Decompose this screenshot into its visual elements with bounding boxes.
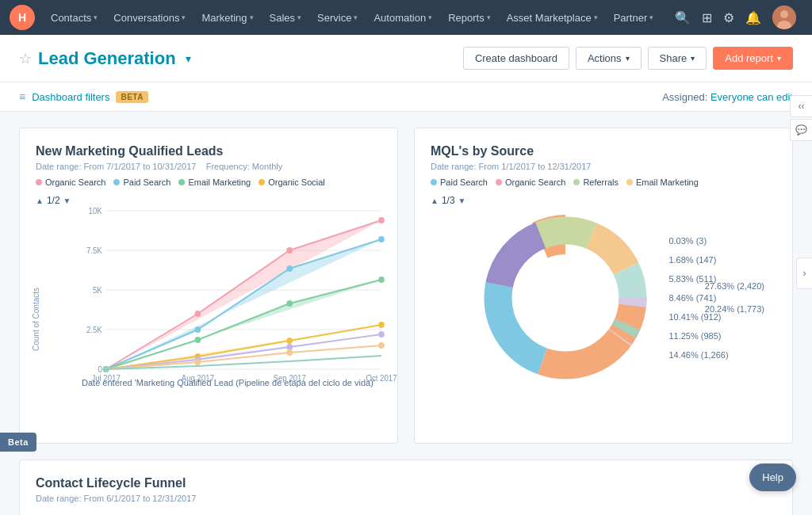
grid-icon[interactable]: ⊞ xyxy=(702,10,712,25)
next-arrow[interactable]: ▼ xyxy=(458,196,466,205)
settings-icon[interactable]: ⚙ xyxy=(723,10,734,25)
mql-source-card: MQL's by Source Date range: From 1/1/201… xyxy=(414,128,793,444)
donut-chart-svg xyxy=(478,211,653,385)
side-panel-collapse[interactable]: ‹‹ xyxy=(790,95,812,117)
legend-dot xyxy=(259,179,265,185)
funnel-card: Contact Lifecycle Funnel Date range: Fro… xyxy=(19,460,793,515)
beta-side-label[interactable]: Beta xyxy=(0,433,36,452)
expand-icon: › xyxy=(803,268,806,279)
header-actions: Create dashboard Actions ▾ Share ▾ Add r… xyxy=(463,47,793,70)
svg-point-58 xyxy=(522,254,609,341)
nav-automation[interactable]: Automation ▾ xyxy=(367,0,439,35)
svg-point-45 xyxy=(195,359,201,365)
svg-text:H: H xyxy=(18,11,26,24)
nav-utility-icons: 🔍 ⊞ ⚙ 🔔 xyxy=(675,6,802,29)
search-icon[interactable]: 🔍 xyxy=(675,10,691,25)
mql-source-legend: Paid Search Organic Search Referrals Ema… xyxy=(431,177,776,187)
chevron-down-icon: ▾ xyxy=(297,13,301,21)
filters-bar: ≡ Dashboard filters BETA Assigned: Every… xyxy=(0,82,812,112)
nav-asset-marketplace[interactable]: Asset Marketplace ▾ xyxy=(500,0,604,35)
title-dropdown-icon[interactable]: ▾ xyxy=(186,52,191,65)
legend-paid-search: Paid Search xyxy=(431,177,488,187)
svg-point-37 xyxy=(286,338,293,344)
next-arrow[interactable]: ▼ xyxy=(63,196,71,205)
side-panel: ‹‹ 💬 xyxy=(790,95,812,141)
svg-text:0: 0 xyxy=(98,365,102,374)
svg-point-33 xyxy=(378,277,385,283)
chevron-down-icon: ▾ xyxy=(594,13,598,21)
chevron-down-icon: ▾ xyxy=(649,13,653,21)
avatar[interactable] xyxy=(772,6,796,29)
nav-partner[interactable]: Partner ▾ xyxy=(607,0,661,35)
legend-referrals: Referrals xyxy=(573,177,619,187)
chevron-down-icon: ▾ xyxy=(487,13,491,21)
new-mql-card: New Marketing Qualified Leads Date range… xyxy=(19,128,398,444)
chevron-down-icon: ▾ xyxy=(354,13,358,21)
assigned-section: Assigned: Everyone can edit xyxy=(662,91,793,103)
chevron-down-icon: ▾ xyxy=(428,13,432,21)
assigned-value[interactable]: Everyone can edit xyxy=(710,91,793,103)
svg-text:2.5K: 2.5K xyxy=(86,326,102,334)
legend-dot xyxy=(113,179,120,185)
nav-contacts[interactable]: Contacts ▾ xyxy=(44,0,104,35)
prev-arrow[interactable]: ▲ xyxy=(36,196,44,205)
star-icon[interactable]: ☆ xyxy=(19,50,32,67)
legend-email-marketing: Email Marketing xyxy=(626,177,699,187)
legend-organic-search: Organic Search xyxy=(496,177,565,187)
create-dashboard-button[interactable]: Create dashboard xyxy=(463,47,569,70)
legend-dot xyxy=(573,179,580,185)
nav-reports[interactable]: Reports ▾ xyxy=(442,0,497,35)
source-pagination: ▲ 1/3 ▼ xyxy=(431,195,776,206)
svg-text:10K: 10K xyxy=(89,207,103,216)
nav-service[interactable]: Service ▾ xyxy=(311,0,364,35)
add-report-button[interactable]: Add report ▾ xyxy=(713,47,793,70)
svg-point-26 xyxy=(195,326,201,333)
chevron-down-icon: ▾ xyxy=(626,54,630,63)
charts-row: New Marketing Qualified Leads Date range… xyxy=(19,128,793,444)
new-mql-date: Date range: From 7/1/2017 to 10/31/2017 … xyxy=(36,162,381,171)
filter-icon: ≡ xyxy=(19,90,25,103)
mql-source-date: Date range: From 1/1/2017 to 12/31/2017 xyxy=(431,162,776,171)
filters-left: ≡ Dashboard filters BETA xyxy=(19,90,148,103)
line-chart-svg: 10K 7.5K 5K 2.5K 0 Jul 2017 Aug 2017 Sep… xyxy=(75,211,381,369)
side-panel-chat[interactable]: 💬 xyxy=(790,119,812,141)
nav-marketing[interactable]: Marketing ▾ xyxy=(195,0,259,35)
chevron-down-icon: ▾ xyxy=(691,54,695,63)
svg-point-42 xyxy=(286,344,293,350)
mql-pagination: ▲ 1/2 ▼ xyxy=(36,195,381,206)
donut-labels-right: 27.63% (2,420) 20.24% (1,773) xyxy=(705,276,764,321)
svg-point-21 xyxy=(195,311,201,317)
hubspot-logo[interactable]: H xyxy=(10,5,35,30)
svg-point-46 xyxy=(286,349,293,356)
legend-organic-search: Organic Search xyxy=(36,177,105,187)
line-chart-area: Count of Contacts 10K 7.5K 5K 2.5K 0 Jul… xyxy=(36,211,381,427)
svg-marker-24 xyxy=(106,239,381,369)
legend-dot xyxy=(496,179,502,185)
page-title-wrap: ☆ Lead Generation ▾ xyxy=(19,48,191,69)
x-axis-label: Date entered 'Marketing Qualified Lead (… xyxy=(75,378,381,387)
chevron-down-icon: ▾ xyxy=(94,13,98,21)
page-header: ☆ Lead Generation ▾ Create dashboard Act… xyxy=(0,35,812,82)
prev-arrow[interactable]: ▲ xyxy=(431,196,439,205)
share-button[interactable]: Share ▾ xyxy=(648,47,707,70)
svg-point-48 xyxy=(103,366,109,372)
legend-dot xyxy=(626,179,633,185)
svg-point-3 xyxy=(780,10,788,18)
y-axis-label: Count of Contacts xyxy=(32,287,40,350)
funnel-title: Contact Lifecycle Funnel xyxy=(36,476,776,490)
svg-point-23 xyxy=(378,217,385,223)
expand-button[interactable]: › xyxy=(796,258,812,289)
top-navigation: H Contacts ▾ Conversations ▾ Marketing ▾… xyxy=(0,0,812,35)
legend-paid-search: Paid Search xyxy=(113,177,170,187)
help-button[interactable]: Help xyxy=(749,464,796,491)
nav-sales[interactable]: Sales ▾ xyxy=(263,0,308,35)
chevron-down-icon: ▾ xyxy=(250,13,254,21)
chevron-down-icon: ▾ xyxy=(182,13,186,21)
svg-marker-19 xyxy=(106,220,381,369)
bell-icon[interactable]: 🔔 xyxy=(745,10,761,25)
page-title: Lead Generation xyxy=(38,48,176,69)
actions-button[interactable]: Actions ▾ xyxy=(576,47,642,70)
nav-conversations[interactable]: Conversations ▾ xyxy=(107,0,192,35)
beta-badge: BETA xyxy=(116,91,147,103)
filter-label[interactable]: Dashboard filters xyxy=(32,91,109,103)
